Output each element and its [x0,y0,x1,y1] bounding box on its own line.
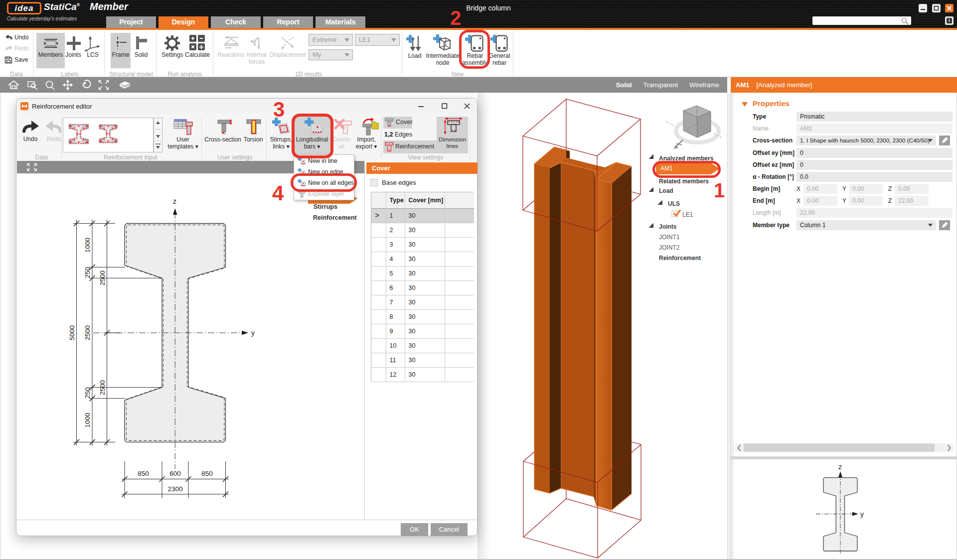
svg-text:2500: 2500 [99,271,106,285]
svg-text:5000: 5000 [68,325,76,340]
svg-text:850: 850 [201,470,213,477]
svg-text:250: 250 [84,267,91,279]
svg-text:2500: 2500 [84,325,91,340]
svg-text:z: z [838,463,842,471]
svg-text:1000: 1000 [84,413,91,427]
svg-text:1000: 1000 [84,238,91,253]
svg-text:z: z [173,197,176,205]
svg-text:y: y [860,510,864,518]
svg-text:y: y [251,329,255,337]
svg-text:600: 600 [169,470,181,477]
svg-text:250: 250 [84,387,91,399]
svg-text:2300: 2300 [167,485,182,493]
svg-text:850: 850 [138,470,149,477]
svg-text:2500: 2500 [99,380,106,395]
